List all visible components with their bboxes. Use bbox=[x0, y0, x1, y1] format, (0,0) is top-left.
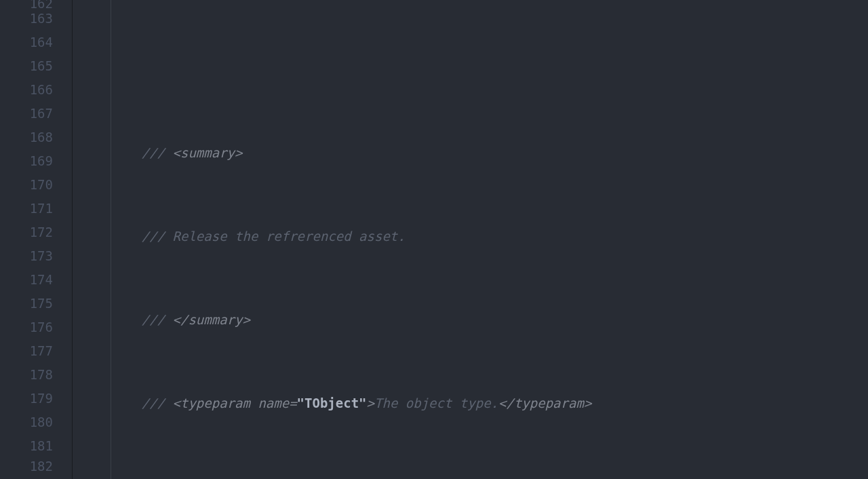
line-number: 180 bbox=[0, 410, 53, 434]
line-number: 163 bbox=[0, 7, 53, 31]
code-area[interactable]: /// <summary> /// Release the refrerence… bbox=[73, 0, 868, 479]
line-number: 165 bbox=[0, 54, 53, 78]
code-editor: 1621631641651661671681691701711721731741… bbox=[0, 0, 868, 479]
line-number: 175 bbox=[0, 292, 53, 315]
line-number: 170 bbox=[0, 173, 53, 197]
line-number: 179 bbox=[0, 387, 53, 410]
line-number: 177 bbox=[0, 339, 53, 363]
line-number: 167 bbox=[0, 102, 53, 126]
code-line[interactable]: /// </summary> bbox=[111, 308, 868, 332]
line-number-gutter: 1621631641651661671681691701711721731741… bbox=[0, 0, 65, 479]
line-number: 174 bbox=[0, 268, 53, 292]
line-number: 173 bbox=[0, 244, 53, 268]
line-number: 169 bbox=[0, 149, 53, 173]
line-number: 182 bbox=[0, 458, 53, 465]
line-number: 162 bbox=[0, 0, 53, 7]
code-line[interactable]: /// <param name="obj">The object to rele… bbox=[111, 475, 868, 479]
line-number: 166 bbox=[0, 78, 53, 102]
code-line[interactable]: /// <typeparam name="TObject">The object… bbox=[111, 391, 868, 415]
code-line[interactable]: /// Release the refrerenced asset. bbox=[111, 225, 868, 248]
line-number: 176 bbox=[0, 315, 53, 339]
code-line[interactable]: /// <summary> bbox=[111, 141, 868, 165]
line-number: 181 bbox=[0, 434, 53, 458]
line-number: 172 bbox=[0, 221, 53, 244]
indent-guide bbox=[111, 0, 111, 479]
fold-strip bbox=[65, 0, 72, 479]
line-number: 168 bbox=[0, 126, 53, 149]
line-number: 178 bbox=[0, 363, 53, 387]
code-line[interactable] bbox=[111, 75, 868, 81]
line-number: 171 bbox=[0, 197, 53, 221]
line-number: 164 bbox=[0, 31, 53, 54]
